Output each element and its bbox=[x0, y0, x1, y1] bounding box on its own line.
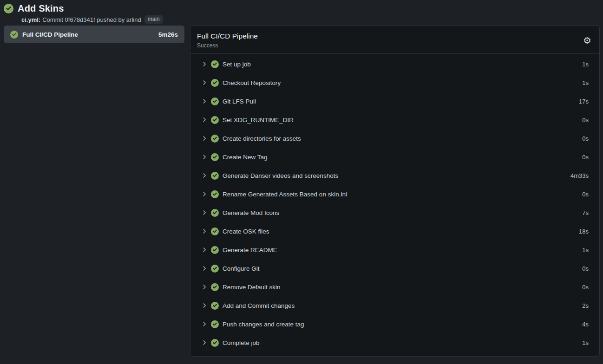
step-row[interactable]: Complete job 1s bbox=[190, 333, 599, 352]
step-name: Create New Tag bbox=[223, 154, 268, 161]
job-duration: 5m26s bbox=[158, 31, 178, 38]
step-row[interactable]: Remove Default skin 0s bbox=[190, 278, 599, 296]
step-success-icon bbox=[211, 60, 219, 68]
step-name: Set up job bbox=[223, 61, 251, 68]
step-name: Generate README bbox=[223, 247, 277, 254]
step-duration: 17s bbox=[579, 98, 589, 105]
step-success-icon bbox=[211, 302, 219, 310]
run-title: Add Skins bbox=[18, 3, 64, 14]
chevron-right-icon[interactable] bbox=[201, 284, 208, 290]
run-header: Add Skins ci.yml: Commit 0f678d341f push… bbox=[0, 0, 603, 24]
step-row[interactable]: Checkout Repository 1s bbox=[190, 73, 599, 92]
step-name: Remove Default skin bbox=[223, 284, 281, 291]
run-meta: ci.yml: Commit 0f678d341f pushed by arli… bbox=[21, 15, 598, 24]
step-row[interactable]: Git LFS Pull 17s bbox=[190, 92, 599, 110]
step-name: Push changes and create tag bbox=[223, 321, 304, 328]
step-duration: 0s bbox=[582, 135, 589, 142]
step-row[interactable]: Rename Generated Assets Based on skin.in… bbox=[190, 185, 599, 203]
step-success-icon bbox=[211, 135, 219, 143]
step-duration: 0s bbox=[582, 284, 589, 291]
step-name: Create OSK files bbox=[223, 228, 269, 235]
step-duration: 1s bbox=[582, 247, 589, 254]
chevron-right-icon[interactable] bbox=[201, 247, 208, 253]
step-row[interactable]: Generate Danser videos and screenshots 4… bbox=[190, 166, 599, 185]
step-name: Generate Danser videos and screenshots bbox=[223, 172, 338, 179]
step-name: Complete job bbox=[223, 339, 260, 346]
step-duration: 4m33s bbox=[570, 172, 589, 179]
jobs-sidebar: Full CI/CD Pipeline 5m26s bbox=[4, 26, 184, 43]
chevron-right-icon[interactable] bbox=[201, 154, 208, 160]
step-duration: 18s bbox=[579, 228, 589, 235]
step-row[interactable]: Set XDG_RUNTIME_DIR 0s bbox=[190, 110, 599, 129]
gear-icon[interactable]: ⚙ bbox=[583, 36, 591, 45]
chevron-right-icon[interactable] bbox=[201, 61, 208, 67]
sidebar-job-item[interactable]: Full CI/CD Pipeline 5m26s bbox=[4, 26, 184, 43]
step-duration: 0s bbox=[582, 154, 589, 161]
step-success-icon bbox=[211, 79, 219, 87]
step-row[interactable]: Create New Tag 0s bbox=[190, 148, 599, 166]
step-success-icon bbox=[211, 209, 219, 217]
step-duration: 1s bbox=[582, 61, 589, 68]
chevron-right-icon[interactable] bbox=[201, 117, 208, 123]
branch-badge[interactable]: main bbox=[144, 15, 163, 24]
step-row[interactable]: Generate Mod Icons 7s bbox=[190, 203, 599, 222]
step-name: Add and Commit changes bbox=[223, 302, 295, 309]
run-success-icon bbox=[4, 4, 13, 13]
chevron-right-icon[interactable] bbox=[201, 228, 208, 234]
commit-info: Commit 0f678d341f pushed by arlind bbox=[42, 16, 141, 23]
step-success-icon bbox=[211, 153, 219, 161]
step-row[interactable]: Create OSK files 18s bbox=[190, 222, 599, 240]
chevron-right-icon[interactable] bbox=[201, 209, 208, 216]
step-success-icon bbox=[211, 228, 219, 235]
step-name: Create directories for assets bbox=[223, 135, 301, 142]
chevron-right-icon[interactable] bbox=[201, 321, 208, 327]
job-panel-header: Full CI/CD Pipeline Success ⚙ bbox=[190, 26, 599, 54]
step-duration: 1s bbox=[582, 79, 589, 86]
step-success-icon bbox=[211, 320, 219, 328]
chevron-right-icon[interactable] bbox=[201, 302, 208, 309]
step-success-icon bbox=[211, 339, 219, 347]
job-status-text: Success bbox=[197, 42, 258, 49]
step-duration: 1s bbox=[582, 339, 589, 346]
step-duration: 0s bbox=[582, 265, 589, 272]
chevron-right-icon[interactable] bbox=[201, 79, 208, 86]
job-name: Full CI/CD Pipeline bbox=[22, 31, 78, 38]
step-name: Set XDG_RUNTIME_DIR bbox=[223, 117, 294, 124]
step-duration: 7s bbox=[582, 209, 589, 216]
step-row[interactable]: Configure Git 0s bbox=[190, 259, 599, 278]
step-success-icon bbox=[211, 98, 219, 105]
chevron-right-icon[interactable] bbox=[201, 172, 208, 179]
steps-list: Set up job 1s Checkout Repository 1s bbox=[190, 54, 599, 356]
run-body: Full CI/CD Pipeline 5m26s Full CI/CD Pip… bbox=[0, 24, 603, 364]
step-name: Rename Generated Assets Based on skin.in… bbox=[223, 191, 347, 198]
chevron-right-icon[interactable] bbox=[201, 265, 208, 272]
actions-run-page: Add Skins ci.yml: Commit 0f678d341f push… bbox=[0, 0, 603, 364]
job-panel-title: Full CI/CD Pipeline bbox=[197, 32, 258, 40]
step-name: Configure Git bbox=[223, 265, 260, 272]
chevron-right-icon[interactable] bbox=[201, 98, 208, 104]
step-name: Generate Mod Icons bbox=[223, 209, 279, 216]
step-name: Git LFS Pull bbox=[223, 98, 256, 105]
chevron-right-icon[interactable] bbox=[201, 339, 208, 346]
step-row[interactable]: Set up job 1s bbox=[190, 55, 599, 73]
step-success-icon bbox=[211, 172, 219, 180]
step-row[interactable]: Add and Commit changes 2s bbox=[190, 296, 599, 315]
step-duration: 2s bbox=[582, 302, 589, 309]
job-success-icon bbox=[10, 31, 18, 39]
step-duration: 0s bbox=[582, 117, 589, 124]
step-row[interactable]: Push changes and create tag 4s bbox=[190, 315, 599, 333]
chevron-right-icon[interactable] bbox=[201, 135, 208, 142]
step-success-icon bbox=[211, 283, 219, 291]
step-row[interactable]: Generate README 1s bbox=[190, 240, 599, 259]
step-success-icon bbox=[211, 265, 219, 273]
workflow-file-label: ci.yml: bbox=[21, 16, 40, 23]
step-duration: 0s bbox=[582, 191, 589, 198]
step-success-icon bbox=[211, 190, 219, 198]
step-row[interactable]: Create directories for assets 0s bbox=[190, 129, 599, 148]
step-name: Checkout Repository bbox=[223, 79, 281, 86]
step-success-icon bbox=[211, 116, 219, 124]
step-success-icon bbox=[211, 246, 219, 254]
chevron-right-icon[interactable] bbox=[201, 191, 208, 197]
step-duration: 4s bbox=[582, 321, 589, 328]
job-detail-panel: Full CI/CD Pipeline Success ⚙ Set up job… bbox=[190, 26, 600, 357]
